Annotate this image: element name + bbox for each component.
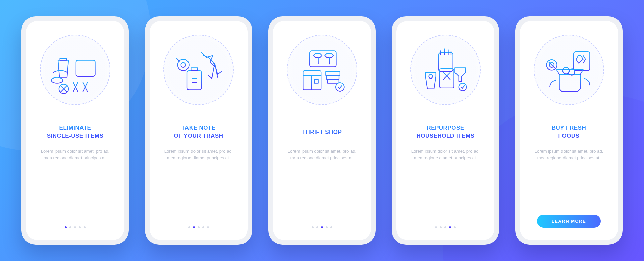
screen-title: BUY FRESH FOODS (552, 124, 586, 140)
dot-1[interactable] (65, 226, 67, 228)
dot-5[interactable] (84, 226, 86, 228)
dot-1[interactable] (435, 226, 437, 228)
screen-title: TAKE NOTE OF YOUR TRASH (174, 124, 223, 140)
pagination-dots[interactable] (312, 226, 332, 230)
svg-point-4 (181, 63, 186, 67)
dot-2[interactable] (193, 226, 195, 228)
pagination-dots[interactable] (65, 226, 86, 230)
onboarding-screen: THRIFT SHOP Lorem ipsum dolor sit amet, … (273, 21, 371, 240)
dot-4[interactable] (202, 226, 204, 228)
screen-description: Lorem ipsum dolor sit amet, pro ad, mea … (160, 148, 237, 161)
svg-point-8 (336, 83, 344, 91)
dot-2[interactable] (316, 226, 318, 228)
pagination-dots[interactable] (188, 226, 209, 230)
dot-2[interactable] (69, 226, 71, 228)
dot-4[interactable] (326, 226, 328, 228)
svg-point-12 (459, 83, 467, 91)
dot-4[interactable] (449, 226, 451, 228)
dot-3[interactable] (198, 226, 200, 228)
svg-point-10 (429, 74, 432, 78)
dot-3[interactable] (74, 226, 76, 228)
screen-description: Lorem ipsum dolor sit amet, pro ad, mea … (407, 148, 484, 161)
dot-4[interactable] (79, 226, 81, 228)
onboarding-screen: BUY FRESH FOODS Lorem ipsum dolor sit am… (520, 21, 618, 240)
take-note-trash-icon (163, 35, 234, 105)
dot-1[interactable] (312, 226, 314, 228)
phone-mockup-1: ELIMINATE SINGLE-USE ITEMS Lorem ipsum d… (21, 16, 129, 245)
svg-rect-6 (310, 51, 336, 67)
thrift-shop-icon (287, 35, 357, 105)
repurpose-items-icon (410, 35, 481, 105)
screen-title: ELIMINATE SINGLE-USE ITEMS (47, 124, 104, 140)
phone-mockup-4: REPURPOSE HOUSEHOLD ITEMS Lorem ipsum do… (392, 16, 499, 245)
dot-1[interactable] (188, 226, 190, 228)
phone-mockup-5: BUY FRESH FOODS Lorem ipsum dolor sit am… (515, 16, 623, 245)
dot-5[interactable] (454, 226, 456, 228)
dot-3[interactable] (444, 226, 446, 228)
screen-title: REPURPOSE HOUSEHOLD ITEMS (417, 124, 475, 140)
svg-rect-13 (574, 52, 590, 71)
eliminate-single-use-icon (40, 35, 110, 105)
pagination-dots[interactable] (435, 226, 456, 230)
svg-rect-0 (76, 60, 95, 76)
svg-rect-5 (187, 71, 202, 90)
dot-5[interactable] (330, 226, 332, 228)
onboarding-screen: TAKE NOTE OF YOUR TRASH Lorem ipsum dolo… (150, 21, 248, 240)
svg-point-1 (51, 77, 63, 83)
phone-mockup-2: TAKE NOTE OF YOUR TRASH Lorem ipsum dolo… (145, 16, 252, 245)
learn-more-button[interactable]: LEARN MORE (537, 215, 601, 228)
dot-5[interactable] (207, 226, 209, 228)
buy-fresh-foods-icon (534, 35, 604, 105)
screen-description: Lorem ipsum dolor sit amet, pro ad, mea … (530, 148, 607, 161)
screen-description: Lorem ipsum dolor sit amet, pro ad, mea … (37, 148, 114, 161)
dot-2[interactable] (440, 226, 442, 228)
phone-mockup-3: THRIFT SHOP Lorem ipsum dolor sit amet, … (268, 16, 376, 245)
screen-title: THRIFT SHOP (302, 124, 342, 140)
screen-description: Lorem ipsum dolor sit amet, pro ad, mea … (283, 148, 361, 161)
onboarding-screen: ELIMINATE SINGLE-USE ITEMS Lorem ipsum d… (26, 21, 124, 240)
onboarding-screen: REPURPOSE HOUSEHOLD ITEMS Lorem ipsum do… (396, 21, 494, 240)
dot-3[interactable] (321, 226, 323, 228)
